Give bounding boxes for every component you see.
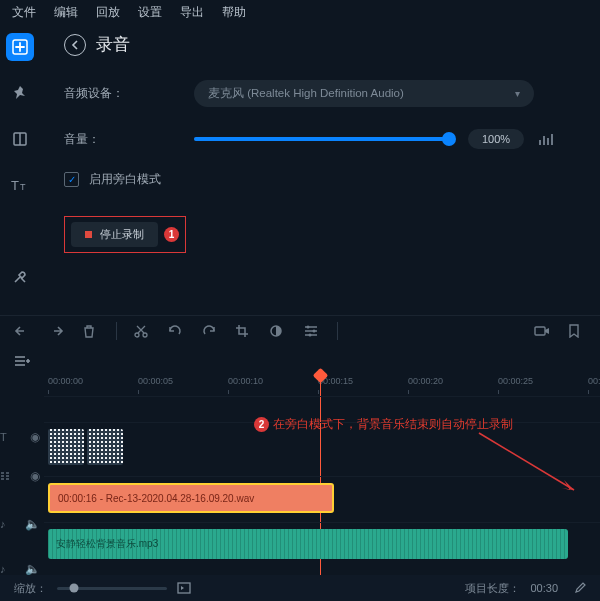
menu-settings[interactable]: 设置: [138, 4, 162, 21]
menu-bar: 文件 编辑 回放 设置 导出 帮助: [0, 0, 600, 25]
text-tool-button[interactable]: TT: [6, 171, 34, 199]
svg-point-10: [143, 333, 147, 337]
redo-button[interactable]: [48, 324, 66, 338]
svg-text:T: T: [11, 178, 19, 193]
tools-icon: [12, 269, 28, 285]
volume-label: 音量：: [64, 131, 194, 148]
ruler-tick: 00:00:20: [408, 376, 443, 386]
equalizer-icon[interactable]: [538, 132, 554, 146]
svg-rect-6: [543, 136, 545, 145]
track-audio-bgm[interactable]: 安静轻松背景音乐.mp3: [44, 522, 600, 568]
track-audio-rec[interactable]: 00:00:16 - Rec-13-2020.04.28-16.09.20.wa…: [44, 476, 600, 522]
ruler-tick: 00:00:10: [228, 376, 263, 386]
device-value: 麦克风 (Realtek High Definition Audio): [208, 86, 404, 101]
speaker-icon[interactable]: 🔈: [25, 562, 40, 576]
panel-title: 录音: [96, 33, 130, 56]
volume-value: 100%: [468, 129, 524, 149]
svg-point-9: [135, 333, 139, 337]
duration-value: 00:30: [530, 582, 558, 594]
bgm-clip[interactable]: 安静轻松背景音乐.mp3: [48, 529, 568, 559]
link-icon: [0, 470, 14, 482]
ruler-tick: 00:00:05: [138, 376, 173, 386]
zoom-label: 缩放：: [14, 581, 47, 596]
back-button[interactable]: [64, 34, 86, 56]
svg-point-13: [313, 330, 316, 333]
volume-slider[interactable]: [194, 137, 454, 141]
tools-button[interactable]: [6, 263, 34, 291]
qr-thumbnail: [87, 429, 123, 465]
clip-label: 安静轻松背景音乐.mp3: [56, 537, 158, 551]
track-area[interactable]: 00:00:00 00:00:05 00:00:10 00:00:15 00:0…: [44, 346, 600, 591]
duration-label: 项目长度：: [465, 581, 520, 596]
duration-edit-button[interactable]: [574, 582, 586, 594]
delete-button[interactable]: [82, 324, 100, 338]
menu-edit[interactable]: 编辑: [54, 4, 78, 21]
track-header-video[interactable]: ◉: [0, 450, 44, 502]
annotation-2-text: 在旁白模式下，背景音乐结束则自动停止录制: [273, 416, 513, 433]
stop-icon: [85, 231, 92, 238]
track-header-text[interactable]: T ◉: [0, 424, 44, 449]
marker-button[interactable]: [568, 324, 586, 338]
svg-rect-15: [535, 327, 545, 335]
theme-button[interactable]: [6, 217, 34, 245]
svg-text:T: T: [20, 182, 26, 192]
stop-record-button[interactable]: 停止录制: [71, 222, 158, 247]
recording-clip[interactable]: 00:00:16 - Rec-13-2020.04.28-16.09.20.wa…: [48, 483, 334, 513]
moon-icon: [12, 223, 28, 239]
ruler-tick: 00:00:30: [588, 376, 600, 386]
plus-icon: [12, 39, 28, 55]
color-adjust-button[interactable]: [269, 324, 287, 338]
svg-point-14: [309, 334, 312, 337]
eye-icon[interactable]: ◉: [30, 469, 40, 483]
narration-checkbox[interactable]: ✓: [64, 172, 79, 187]
device-label: 音频设备：: [64, 85, 194, 102]
pin-icon: [12, 85, 28, 101]
recording-panel: 录音 音频设备： 麦克风 (Realtek High Definition Au…: [40, 25, 600, 315]
track-headers: T ◉ ◉ ♪ 🔈 ♪ 🔈: [0, 346, 44, 591]
svg-rect-7: [547, 138, 549, 145]
qr-thumbnail: [48, 429, 84, 465]
ruler-tick: 00:00:00: [48, 376, 83, 386]
text-icon: TT: [11, 177, 29, 193]
cut-button[interactable]: [133, 324, 151, 338]
device-select[interactable]: 麦克风 (Realtek High Definition Audio) ▾: [194, 80, 534, 107]
stop-record-highlight: 停止录制 1: [64, 216, 186, 253]
zoom-fit-button[interactable]: [177, 582, 191, 594]
timeline: T ◉ ◉ ♪ 🔈 ♪ 🔈 00:00:00 00:00:05 00:00:10…: [0, 346, 600, 591]
clip-label: 00:00:16 - Rec-13-2020.04.28-16.09.20.wa…: [58, 493, 254, 504]
annotation-badge-2: 2: [254, 417, 269, 432]
add-track-button[interactable]: [0, 346, 44, 375]
zoom-slider[interactable]: [57, 587, 167, 590]
pin-button[interactable]: [6, 79, 34, 107]
chevron-down-icon: ▾: [515, 88, 520, 99]
eye-icon[interactable]: ◉: [30, 430, 40, 444]
annotation-2: 2 在旁白模式下，背景音乐结束则自动停止录制: [254, 416, 513, 433]
timeline-toolbar: [0, 315, 600, 346]
rotate-right-button[interactable]: [201, 324, 219, 338]
svg-point-12: [307, 326, 310, 329]
annotation-badge-1: 1: [164, 227, 179, 242]
adjust-button[interactable]: [303, 324, 321, 338]
stop-record-label: 停止录制: [100, 227, 144, 242]
undo-button[interactable]: [14, 324, 32, 338]
ruler-tick: 00:00:25: [498, 376, 533, 386]
menu-playback[interactable]: 回放: [96, 4, 120, 21]
menu-export[interactable]: 导出: [180, 4, 204, 21]
add-media-button[interactable]: [6, 33, 34, 61]
layout-button[interactable]: [6, 125, 34, 153]
track-header-audio-1[interactable]: ♪ 🔈: [0, 502, 44, 547]
menu-file[interactable]: 文件: [12, 4, 36, 21]
speaker-icon[interactable]: 🔈: [25, 517, 40, 531]
panel-icon: [12, 131, 28, 147]
svg-rect-8: [551, 134, 553, 145]
record-button[interactable]: [534, 324, 552, 338]
crop-button[interactable]: [235, 324, 253, 338]
media-thumbnails[interactable]: [48, 429, 123, 465]
menu-help[interactable]: 帮助: [222, 4, 246, 21]
svg-rect-5: [539, 140, 541, 145]
rotate-left-button[interactable]: [167, 324, 185, 338]
chevron-left-icon: [71, 40, 79, 50]
side-toolbar: TT: [0, 25, 40, 315]
narration-label: 启用旁白模式: [89, 171, 161, 188]
status-bar: 缩放： 项目长度： 00:30: [0, 575, 600, 601]
